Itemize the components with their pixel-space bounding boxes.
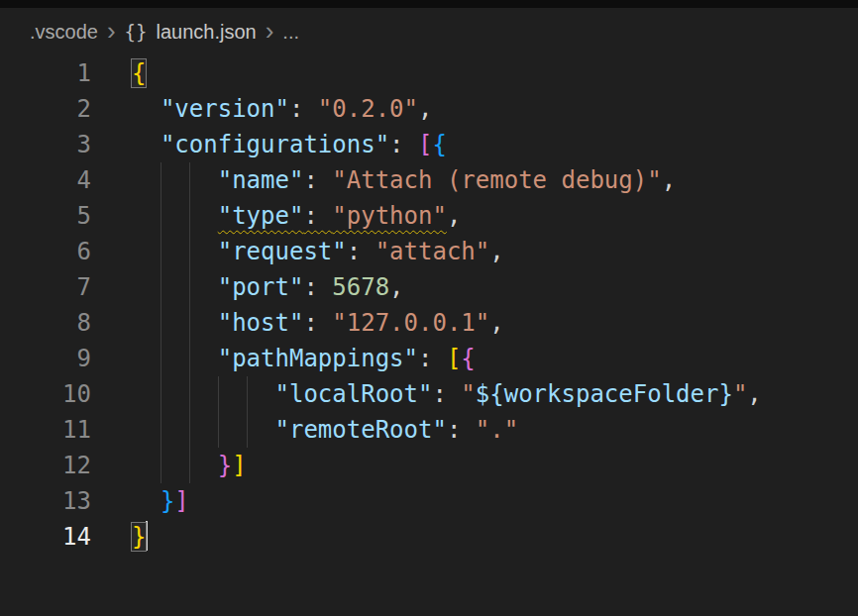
code-line[interactable]: 8 "host": "127.0.0.1", xyxy=(0,305,858,341)
code-text: "pathMappings": [{ xyxy=(132,341,476,376)
token-ws xyxy=(132,273,218,301)
token-str: " xyxy=(733,380,747,408)
line-number[interactable]: 13 xyxy=(0,483,91,519)
token-pun: : xyxy=(303,309,332,337)
breadcrumb-folder[interactable]: .vscode xyxy=(30,21,98,44)
breadcrumb-file[interactable]: launch.json xyxy=(157,21,257,44)
token-key: "host" xyxy=(218,309,304,337)
token-key: "localRoot" xyxy=(275,380,433,408)
code-line[interactable]: 10 "localRoot": "${workspaceFolder}", xyxy=(0,376,858,412)
token-pun: , xyxy=(447,202,461,230)
token-ws xyxy=(132,380,275,408)
line-number[interactable]: 11 xyxy=(0,412,91,448)
code-line[interactable]: 4 "name": "Attach (remote debug)", xyxy=(0,162,858,198)
line-number[interactable]: 14 xyxy=(0,519,91,555)
token-b1: } xyxy=(132,523,146,551)
token-pun: : xyxy=(432,380,461,408)
code-text: "port": 5678, xyxy=(132,269,404,305)
token-pun: , xyxy=(489,309,503,337)
code-text: } xyxy=(132,519,148,555)
code-line[interactable]: 1{ xyxy=(0,55,858,91)
token-ws xyxy=(132,487,161,515)
line-number[interactable]: 3 xyxy=(0,127,91,162)
vscode-editor-window: .vscode › {} launch.json › ... 1{2 "vers… xyxy=(0,0,858,555)
code-line[interactable]: 12 }] xyxy=(0,448,858,483)
code-line[interactable]: 5 "type": "python", xyxy=(0,198,858,234)
token-b2: } xyxy=(218,452,232,479)
token-b1: { xyxy=(132,59,146,87)
token-key: "configurations" xyxy=(161,131,389,158)
token-key: "version" xyxy=(161,95,289,123)
token-pun: : xyxy=(389,131,418,158)
code-line[interactable]: 13 }] xyxy=(0,483,858,519)
text-cursor xyxy=(146,521,148,551)
code-lines: 1{2 "version": "0.2.0",3 "configurations… xyxy=(0,55,858,555)
chevron-right-icon: › xyxy=(107,18,116,44)
code-text: }] xyxy=(132,448,247,483)
line-number[interactable]: 5 xyxy=(0,198,91,234)
line-number[interactable]: 6 xyxy=(0,234,91,269)
token-str: "127.0.0.1" xyxy=(332,309,489,337)
token-ws xyxy=(132,95,161,123)
token-ws xyxy=(132,309,218,337)
token-pun: : xyxy=(418,345,447,372)
line-number[interactable]: 4 xyxy=(0,162,91,198)
token-ws xyxy=(132,202,218,230)
token-pun: , xyxy=(489,238,503,265)
line-number[interactable]: 2 xyxy=(0,91,91,127)
line-number[interactable]: 1 xyxy=(0,55,91,91)
code-text: "name": "Attach (remote debug)", xyxy=(132,162,676,198)
token-b1: [ xyxy=(447,345,461,372)
token-pun: , xyxy=(662,166,676,194)
code-text: "request": "attach", xyxy=(132,234,504,269)
token-ws xyxy=(132,345,218,372)
tab-bar-strip xyxy=(0,0,858,8)
code-editor[interactable]: 1{2 "version": "0.2.0",3 "configurations… xyxy=(0,55,858,555)
token-pun: : xyxy=(303,166,332,194)
code-text: { xyxy=(132,55,146,91)
line-number[interactable]: 10 xyxy=(0,376,91,412)
code-text: "localRoot": "${workspaceFolder}", xyxy=(132,376,762,412)
code-text: "configurations": [{ xyxy=(132,127,447,162)
code-line[interactable]: 6 "request": "attach", xyxy=(0,234,858,269)
token-key: "port" xyxy=(218,273,304,301)
token-pun: : xyxy=(447,416,476,444)
line-number[interactable]: 9 xyxy=(0,341,91,376)
token-b2: [ xyxy=(418,131,432,158)
token-b2: { xyxy=(461,345,475,372)
token-key: "type" xyxy=(218,202,304,230)
line-number[interactable]: 12 xyxy=(0,448,91,483)
token-pun: , xyxy=(747,380,761,408)
token-str: "attach" xyxy=(375,238,490,265)
code-text: }] xyxy=(132,483,189,519)
code-line[interactable]: 14} xyxy=(0,519,858,555)
code-text: "remoteRoot": "." xyxy=(132,412,518,448)
code-line[interactable]: 7 "port": 5678, xyxy=(0,269,858,305)
token-pun: : xyxy=(303,273,332,301)
token-pun: , xyxy=(418,95,432,123)
line-number[interactable]: 8 xyxy=(0,305,91,341)
code-text: "version": "0.2.0", xyxy=(132,91,432,127)
token-key: "request" xyxy=(218,238,347,265)
token-pun: , xyxy=(389,273,403,301)
breadcrumb-symbol-ellipsis[interactable]: ... xyxy=(282,21,299,44)
token-num: 5678 xyxy=(332,273,389,301)
token-b3: } xyxy=(161,487,174,515)
code-line[interactable]: 11 "remoteRoot": "." xyxy=(0,412,858,448)
token-ws xyxy=(132,131,161,158)
token-ws xyxy=(132,166,218,194)
line-number[interactable]: 7 xyxy=(0,269,91,305)
token-b3: { xyxy=(432,131,446,158)
code-line[interactable]: 2 "version": "0.2.0", xyxy=(0,91,858,127)
code-line[interactable]: 3 "configurations": [{ xyxy=(0,127,858,162)
code-line[interactable]: 9 "pathMappings": [{ xyxy=(0,341,858,376)
token-str: "python" xyxy=(332,202,447,230)
breadcrumb: .vscode › {} launch.json › ... xyxy=(0,8,858,55)
token-pun: : xyxy=(347,238,375,265)
token-ws xyxy=(132,238,218,265)
code-text: "type": "python", xyxy=(132,198,461,234)
chevron-right-icon: › xyxy=(266,18,274,44)
token-key: "name" xyxy=(218,166,304,194)
token-str: " xyxy=(461,380,475,408)
token-str: "0.2.0" xyxy=(318,95,418,123)
